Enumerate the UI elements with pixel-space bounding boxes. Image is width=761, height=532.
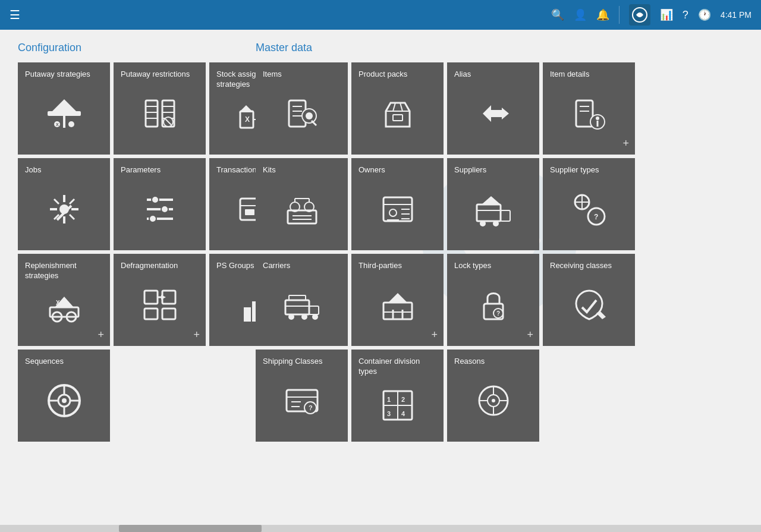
svg-text:?: ? xyxy=(594,213,598,221)
svg-text:3: 3 xyxy=(387,410,391,417)
bell-icon[interactable]: 🔔 xyxy=(596,8,609,21)
config-section: Configuration Putaway strategies X xyxy=(18,42,232,442)
items-icon xyxy=(263,80,341,147)
defragmentation-icon xyxy=(121,271,199,339)
master-row-4: Shipping Classes ? Container divis xyxy=(256,350,743,442)
columns-wrapper: Configuration Putaway strategies X xyxy=(18,42,743,442)
tile-supplier-types[interactable]: Supplier types ? xyxy=(543,158,635,250)
help-icon[interactable]: ? xyxy=(683,9,688,21)
svg-point-112 xyxy=(312,314,318,320)
tile-suppliers-label: Suppliers xyxy=(454,165,532,175)
tile-items[interactable]: Items xyxy=(256,62,348,155)
master-section: Master data Items xyxy=(256,42,743,442)
tile-item-details-label: Item details xyxy=(550,70,628,80)
svg-point-70 xyxy=(306,112,313,119)
svg-point-100 xyxy=(493,221,499,226)
svg-point-5 xyxy=(68,121,74,127)
carriers-icon xyxy=(263,271,341,339)
scrollbar[interactable] xyxy=(0,525,761,532)
tile-container-division-types[interactable]: Container division types 1 2 3 4 xyxy=(351,350,444,442)
replenishment-icon: X xyxy=(25,281,103,339)
lock-types-plus[interactable]: + xyxy=(527,329,533,341)
svg-marker-123 xyxy=(596,311,606,319)
svg-rect-96 xyxy=(477,204,501,221)
tile-reasons-label: Reasons xyxy=(454,357,532,367)
svg-text:X: X xyxy=(56,122,59,127)
tile-parameters[interactable]: Parameters xyxy=(114,158,206,250)
tile-receiving-classes-label: Receiving classes xyxy=(550,261,628,271)
tile-jobs[interactable]: Jobs xyxy=(18,158,110,250)
tile-replenishment-label: Replenishment strategies xyxy=(25,261,103,281)
tile-alias-label: Alias xyxy=(454,70,532,80)
tile-items-label: Items xyxy=(263,70,341,80)
master-row-3: Carriers Third-par xyxy=(256,254,743,346)
tile-putaway-restrictions-label: Putaway restrictions xyxy=(121,70,199,80)
svg-rect-73 xyxy=(393,115,402,121)
config-row-1: Putaway strategies X Putaway restr xyxy=(18,62,232,155)
tile-sequences[interactable]: Sequences xyxy=(18,350,110,442)
scrollbar-thumb[interactable] xyxy=(119,525,262,532)
master-row-2: Kits xyxy=(256,158,743,250)
svg-text:4: 4 xyxy=(401,410,405,417)
clock-icon[interactable]: 🕐 xyxy=(698,8,711,21)
config-row-4: Sequences xyxy=(18,350,232,442)
svg-marker-54 xyxy=(161,295,166,300)
tile-putaway-strategies-label: Putaway strategies xyxy=(25,70,103,80)
tile-owners-label: Owners xyxy=(359,165,436,175)
svg-point-139 xyxy=(492,399,495,402)
svg-rect-114 xyxy=(383,303,412,319)
topbar-time: 4:41 PM xyxy=(721,10,751,20)
replenishment-plus[interactable]: + xyxy=(98,329,104,341)
chart-icon[interactable]: 📊 xyxy=(660,8,673,21)
svg-marker-74 xyxy=(483,105,509,122)
supplier-types-icon: ? xyxy=(550,175,628,243)
svg-marker-18 xyxy=(239,105,253,112)
tile-owners[interactable]: Owners xyxy=(351,158,444,250)
tile-reasons[interactable]: Reasons xyxy=(447,350,539,442)
tile-alias[interactable]: Alias xyxy=(447,62,539,155)
hamburger-icon[interactable]: ☰ xyxy=(10,8,20,22)
tile-putaway-restrictions[interactable]: Putaway restrictions xyxy=(114,62,206,155)
putaway-strategies-icon: X xyxy=(25,80,103,147)
svg-point-36 xyxy=(161,206,168,213)
item-details-plus[interactable]: + xyxy=(622,137,629,150)
svg-point-91 xyxy=(389,209,397,216)
defragmentation-plus[interactable]: + xyxy=(193,329,200,341)
tile-shipping-classes[interactable]: Shipping Classes ? xyxy=(256,350,348,442)
suppliers-icon xyxy=(454,175,532,243)
tile-kits[interactable]: Kits xyxy=(256,158,348,250)
svg-text:X: X xyxy=(245,115,250,124)
svg-rect-52 xyxy=(162,309,175,319)
svg-point-119 xyxy=(395,295,400,300)
svg-rect-107 xyxy=(285,300,309,314)
svg-text:2: 2 xyxy=(401,396,405,403)
tile-parameters-label: Parameters xyxy=(121,165,199,175)
svg-marker-101 xyxy=(482,196,501,204)
svg-rect-49 xyxy=(144,291,158,304)
tile-replenishment-strategies[interactable]: Replenishment strategies X + xyxy=(18,254,110,346)
tile-product-packs[interactable]: Product packs xyxy=(351,62,444,155)
search-icon[interactable]: 🔍 xyxy=(551,8,564,21)
svg-line-28 xyxy=(54,199,59,204)
topbar-logo[interactable] xyxy=(629,4,650,26)
tile-putaway-strategies[interactable]: Putaway strategies X xyxy=(18,62,110,155)
alias-icon xyxy=(454,80,532,147)
user-icon[interactable]: 👤 xyxy=(574,8,587,21)
parameters-icon xyxy=(121,175,199,243)
third-parties-plus[interactable]: + xyxy=(431,329,438,341)
tile-item-details[interactable]: Item details + xyxy=(543,62,635,155)
tile-lock-types[interactable]: Lock types ? + xyxy=(447,254,539,346)
topbar-left: ☰ xyxy=(10,8,20,22)
tile-third-parties[interactable]: Third-parties + xyxy=(351,254,444,346)
config-header: Configuration xyxy=(18,42,232,54)
tile-carriers[interactable]: Carriers xyxy=(256,254,348,346)
svg-rect-41 xyxy=(245,209,254,215)
tile-suppliers[interactable]: Suppliers xyxy=(447,158,539,250)
master-header: Master data xyxy=(256,42,743,54)
svg-text:?: ? xyxy=(309,404,313,411)
tile-receiving-classes[interactable]: Receiving classes xyxy=(543,254,635,346)
putaway-restrictions-icon xyxy=(121,80,199,147)
tile-defragmentation[interactable]: Defragmentation + xyxy=(114,254,206,346)
tile-container-division-label: Container division types xyxy=(359,357,436,377)
receiving-classes-icon xyxy=(550,271,628,339)
